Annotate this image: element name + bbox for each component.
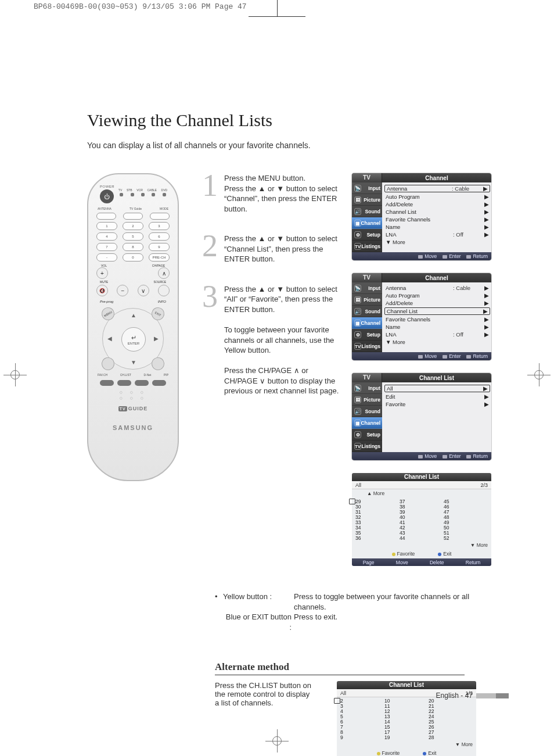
osd-side-channel[interactable]: ▦Channel [352,417,382,429]
osd-row[interactable]: ▼ More [386,338,489,346]
osd-row[interactable]: All▶ [384,385,490,392]
osd-side-setup[interactable]: ⚙Setup [352,429,382,440]
channel-number[interactable]: 47 [444,510,488,515]
osd-side-picture[interactable]: 🖼Picture [352,194,382,206]
num-5[interactable]: 5 [123,232,143,241]
enter-button[interactable]: ↵ ENTER [121,327,146,352]
osd-row[interactable]: Name▶ [386,323,489,331]
num-6[interactable]: 6 [149,232,170,241]
osd-side-sound[interactable]: 🔊Sound [352,306,382,317]
channel-number[interactable]: 40 [400,515,444,520]
osd-side-input[interactable]: 📡Input [352,182,382,194]
osd-row[interactable]: ▼ More [386,238,489,246]
channel-number[interactable]: 38 [400,504,444,510]
mode-button[interactable] [150,213,170,220]
channel-number[interactable]: 26 [429,725,473,730]
mute-button[interactable]: 🔇 [96,285,108,296]
ch-down[interactable]: ∨ [138,285,149,296]
source-button[interactable] [158,285,170,296]
right-arrow-icon[interactable]: ▶ [154,335,159,342]
ch-up[interactable]: ∧ [158,267,170,279]
favch-button[interactable] [100,380,114,386]
num-9[interactable]: 9 [149,243,170,251]
channel-number[interactable]: 42 [400,525,444,531]
nav-pad[interactable]: MENU EXIT ▲ ▼ ◀ ▶ ↵ ENTER [102,308,164,370]
osd-side-channel[interactable]: ▦Channel [352,217,382,229]
channel-number[interactable]: 46 [444,504,488,510]
channel-number[interactable]: 49 [444,520,488,525]
channel-number[interactable]: 41 [400,520,444,525]
channel-number[interactable]: 7 [340,725,384,730]
osd-side-listings[interactable]: TVListings [352,440,382,452]
osd-row[interactable]: Favorite Channels▶ [386,216,489,223]
num-4[interactable]: 4 [96,232,117,241]
osd-side-picture[interactable]: 🖼Picture [352,394,382,406]
channel-number[interactable]: 11 [384,704,429,709]
channel-number[interactable]: 19 [384,735,429,740]
channel-number[interactable]: 36 [355,536,400,541]
num-7[interactable]: 7 [96,243,117,251]
channel-number[interactable]: 52 [444,536,488,541]
channel-number[interactable]: 3 [340,704,384,709]
channel-number[interactable]: 22 [429,709,473,714]
channel-number[interactable]: 30 [355,504,400,510]
osd-row[interactable]: Channel List▶ [386,208,489,216]
channel-number[interactable]: 9 [340,735,384,740]
osd-side-input[interactable]: 📡Input [352,382,382,394]
osd-row[interactable]: Name▶ [386,223,489,231]
chlist-button[interactable] [117,380,131,386]
left-arrow-icon[interactable]: ◀ [107,335,112,342]
channel-number[interactable]: 51 [444,531,488,536]
osd-row[interactable]: Add/Delete▶ [386,200,489,208]
osd-row[interactable]: Add/Delete▶ [386,299,489,307]
num-2[interactable]: 2 [123,222,143,230]
channel-number[interactable]: 33 [355,520,400,525]
channel-number[interactable]: 34 [355,525,400,531]
channel-number[interactable]: 14 [384,719,429,725]
power-button[interactable]: ⏻ [100,189,114,203]
channel-number[interactable]: 17 [384,730,429,735]
osd-side-channel[interactable]: ▦Channel [352,317,382,329]
channel-number[interactable]: 24 [429,714,473,719]
corner-br-button[interactable] [149,355,167,372]
channel-number[interactable]: 21 [429,704,473,709]
channel-number[interactable]: 39 [400,510,444,515]
channel-number[interactable]: 12 [384,709,429,714]
osd-row[interactable]: Auto Program▶ [386,193,489,200]
channel-number[interactable]: 10 [384,698,429,704]
osd-row[interactable]: Favorite▶ [386,400,489,408]
osd-side-sound[interactable]: 🔊Sound [352,206,382,217]
channel-number[interactable]: 8 [340,730,384,735]
channel-number[interactable]: 43 [400,531,444,536]
osd-row[interactable]: LNA: Off▶ [386,331,489,338]
channel-number[interactable]: 29 [355,499,400,504]
channel-number[interactable]: 15 [384,725,429,730]
prech-button[interactable]: PRE-CH [149,253,170,261]
vol-down[interactable]: − [117,285,128,296]
channel-number[interactable]: 48 [444,515,488,520]
channel-number[interactable]: 44 [400,536,444,541]
osd-side-input[interactable]: 📡Input [352,282,382,294]
num-1[interactable]: 1 [96,222,117,230]
osd-side-setup[interactable]: ⚙Setup [352,329,382,341]
channel-number[interactable]: 6 [340,719,384,725]
osd-side-listings[interactable]: TVListings [352,341,382,352]
dash-button[interactable]: - [96,253,117,261]
vol-up[interactable]: + [96,267,108,279]
channel-number[interactable]: 32 [355,515,400,520]
osd-row[interactable]: Favorite Channels▶ [386,316,489,323]
num-0[interactable]: 0 [123,253,143,261]
tvguide-button[interactable] [123,213,143,220]
num-8[interactable]: 8 [123,243,143,251]
channel-number[interactable]: 13 [384,714,429,719]
channel-number[interactable]: 25 [429,719,473,725]
osd-side-picture[interactable]: 🖼Picture [352,294,382,306]
channel-number[interactable]: 2 [340,698,384,704]
channel-number[interactable]: 31 [355,510,400,515]
antenna-button[interactable] [96,213,116,220]
menu-button[interactable]: MENU [99,305,117,323]
channel-number[interactable]: 4 [340,709,384,714]
osd-row[interactable]: Auto Program▶ [386,292,489,299]
dnet-button[interactable] [135,380,149,386]
corner-bl-button[interactable] [99,355,117,372]
